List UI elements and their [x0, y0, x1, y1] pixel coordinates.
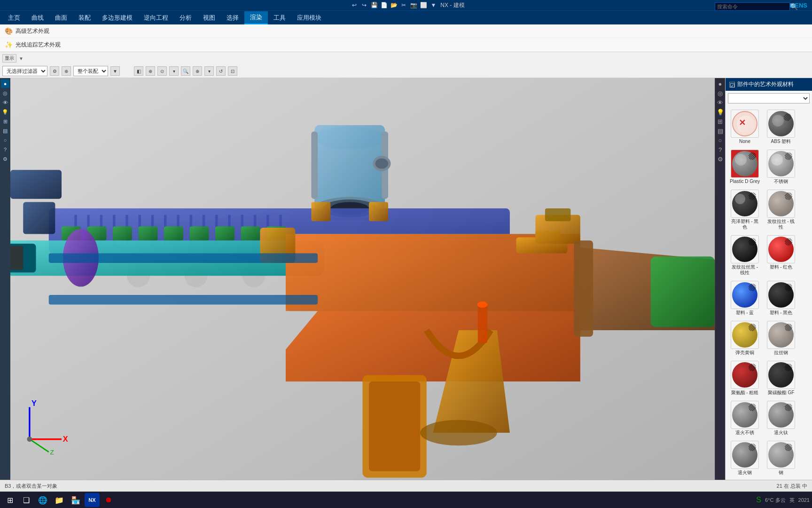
- material-card-annealed[interactable]: 退火不锈: [728, 399, 762, 437]
- nx-button[interactable]: NX: [85, 493, 100, 507]
- undo-icon[interactable]: ↩: [350, 0, 359, 10]
- filter-icon[interactable]: ⚙: [50, 66, 59, 76]
- menu-assembly[interactable]: 装配: [73, 12, 96, 24]
- material-card-pulled-steel[interactable]: 拉丝钢: [764, 319, 798, 357]
- tool6-icon[interactable]: ⊕: [193, 66, 202, 76]
- material-card-black-glossy[interactable]: 亮泽塑料 - 黑色: [728, 188, 762, 231]
- menu-curve[interactable]: 曲线: [26, 12, 49, 24]
- folder-button[interactable]: 📁: [52, 493, 67, 507]
- tool8-icon[interactable]: ↺: [216, 66, 226, 76]
- start-button[interactable]: ⊞: [2, 493, 17, 507]
- sphere-none-shape: ✕: [732, 111, 757, 136]
- window-icon[interactable]: ⬜: [419, 0, 428, 10]
- material-card-red-plastic[interactable]: 塑料 - 红色: [764, 234, 798, 277]
- render-mode-icon[interactable]: ●: [1, 79, 9, 88]
- material-card-blue-plastic[interactable]: 塑料 - 蓝: [728, 279, 762, 317]
- tool2-icon[interactable]: ⊕: [146, 66, 155, 76]
- material-thumb-blue-plastic: [731, 281, 759, 309]
- assembly-dropdown[interactable]: 整个装配: [73, 66, 108, 76]
- material-card-fiber[interactable]: 发纹拉丝 - 线性: [764, 188, 798, 231]
- material-card-none[interactable]: ✕ None: [728, 108, 762, 146]
- view-mode-icon[interactable]: ◎: [1, 89, 9, 97]
- artwork-icon-raytracing: ✨: [4, 40, 13, 49]
- search-box[interactable]: 🔍: [715, 2, 798, 11]
- camera-icon[interactable]: 📷: [409, 0, 418, 10]
- material-card-raw-steel[interactable]: 钢: [764, 439, 798, 477]
- dropdown-icon[interactable]: ▼: [429, 0, 438, 10]
- material-card-gf[interactable]: 聚碳酸酯 GF: [764, 359, 798, 397]
- menu-select[interactable]: 选择: [221, 12, 244, 24]
- panel-checkbox[interactable]: ☑: [729, 82, 735, 87]
- open-icon[interactable]: 📂: [389, 0, 398, 10]
- store-button[interactable]: 🏪: [68, 493, 83, 507]
- menu-polygon[interactable]: 多边形建模: [96, 12, 138, 24]
- vp-sphere-icon[interactable]: ○: [716, 136, 725, 144]
- redo-icon[interactable]: ↪: [359, 0, 369, 10]
- material-card-polyamide[interactable]: 聚氨酯 - 粗糙: [728, 359, 762, 397]
- vp-layer-icon[interactable]: ▤: [716, 127, 725, 135]
- svg-text:Z: Z: [50, 449, 54, 456]
- dropdown-arrow[interactable]: ▼: [19, 56, 23, 61]
- edge-button[interactable]: 🌐: [35, 493, 50, 507]
- menu-view[interactable]: 视图: [197, 12, 221, 24]
- menu-render[interactable]: 渲染: [244, 11, 268, 24]
- grid-mode-icon[interactable]: ⊞: [1, 117, 9, 126]
- main-viewport[interactable]: Y X Z: [10, 78, 715, 480]
- artwork-item-advanced[interactable]: 🎨 高级艺术外观: [0, 24, 812, 38]
- sphere-plastic-grey-shape: [732, 151, 757, 176]
- display-button[interactable]: 显示: [2, 54, 16, 63]
- svg-text:X: X: [63, 435, 68, 443]
- checker-fiber: [785, 192, 792, 200]
- vp-settings-icon[interactable]: ⚙: [716, 155, 725, 163]
- menu-tools[interactable]: 工具: [268, 12, 291, 24]
- material-card-steel[interactable]: 不锈钢: [764, 148, 798, 186]
- filter-dropdown[interactable]: 无选择过滤器: [2, 66, 47, 76]
- tool9-icon[interactable]: ⊡: [228, 66, 237, 76]
- menu-reverse[interactable]: 逆向工程: [138, 12, 174, 24]
- layer-mode-icon[interactable]: ▤: [1, 127, 9, 135]
- eye-mode-icon[interactable]: 👁: [1, 98, 9, 107]
- menu-analysis[interactable]: 分析: [174, 12, 197, 24]
- toolbar-area: 🎨 高级艺术外观 ✨ 光线追踪艺术外观 显示 ▼ 无选择过滤器 ⚙ ⊕ 整个装配…: [0, 24, 812, 78]
- vp-view-icon[interactable]: ◎: [716, 89, 725, 97]
- record-button[interactable]: ⏺: [101, 493, 116, 507]
- search-input[interactable]: [715, 2, 790, 11]
- settings-mode-icon[interactable]: ⚙: [1, 155, 9, 163]
- artwork-item-raytracing[interactable]: ✨ 光线追踪艺术外观: [0, 38, 812, 52]
- material-card-annealed3[interactable]: 退火钢: [728, 439, 762, 477]
- tool7-icon[interactable]: ▾: [204, 66, 214, 76]
- material-card-annealed2[interactable]: 退火钛: [764, 399, 798, 437]
- tool3-icon[interactable]: ⊙: [157, 66, 167, 76]
- tool1-icon[interactable]: ◧: [134, 66, 143, 76]
- sphere-gf-shape: [768, 362, 794, 388]
- siemens-tray-icon: S: [756, 496, 761, 504]
- material-card-black-mat[interactable]: 塑料 - 黑色: [764, 279, 798, 317]
- menu-home[interactable]: 主页: [2, 12, 26, 24]
- tool5-icon[interactable]: 🔍: [181, 66, 190, 76]
- sphere-mode-icon[interactable]: ○: [1, 136, 9, 144]
- search-icon[interactable]: 🔍: [790, 3, 798, 10]
- menu-apps[interactable]: 应用模块: [291, 12, 327, 24]
- menu-surface[interactable]: 曲面: [49, 12, 73, 24]
- material-card-abs[interactable]: ABS 塑料: [764, 108, 798, 146]
- snap-icon[interactable]: ⊕: [62, 66, 71, 76]
- vp-grid-icon[interactable]: ⊞: [716, 117, 725, 126]
- cut-icon[interactable]: ✂: [399, 0, 408, 10]
- save-icon[interactable]: 💾: [369, 0, 379, 10]
- material-card-brass[interactable]: 弹壳黄铜: [728, 319, 762, 357]
- sphere-pulled-steel-shape: [768, 322, 794, 348]
- vp-render-icon[interactable]: ●: [716, 79, 725, 88]
- light-mode-icon[interactable]: 💡: [1, 108, 9, 116]
- tool4-icon[interactable]: ▾: [169, 66, 179, 76]
- help-mode-icon[interactable]: ?: [1, 145, 9, 154]
- material-label-fiber-black: 发纹拉丝黑 - 线性: [729, 264, 760, 276]
- material-card-fiber-black[interactable]: 发纹拉丝黑 - 线性: [728, 234, 762, 277]
- vp-eye-icon[interactable]: 👁: [716, 98, 725, 107]
- material-card-plastic-grey[interactable]: Plastic D Grey: [728, 148, 762, 186]
- panel-dropdown[interactable]: [728, 93, 810, 103]
- new-icon[interactable]: 📄: [379, 0, 389, 10]
- vp-light-icon[interactable]: 💡: [716, 108, 725, 116]
- vp-help-icon[interactable]: ?: [716, 145, 725, 154]
- expand-icon[interactable]: ▼: [110, 66, 120, 76]
- taskview-button[interactable]: ❑: [19, 493, 34, 507]
